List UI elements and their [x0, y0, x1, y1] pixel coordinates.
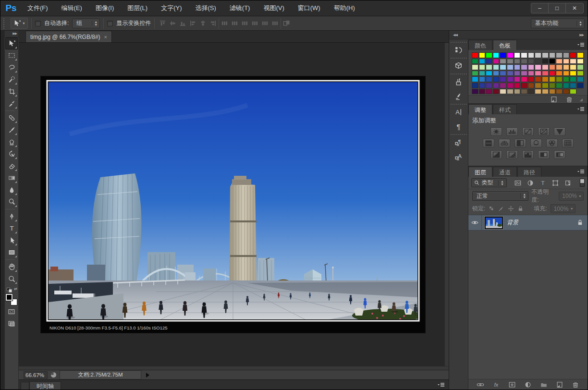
color-swatch[interactable] — [472, 59, 478, 64]
color-balance-adjustment-button[interactable] — [499, 139, 510, 147]
color-swatch[interactable] — [549, 59, 556, 64]
selective-color-adjustment-button[interactable] — [554, 150, 565, 159]
dodge-tool[interactable] — [5, 196, 18, 208]
align-horizontal-centers-button[interactable] — [198, 18, 208, 28]
exposure-adjustment-button[interactable] — [538, 127, 550, 136]
delete-layer-button[interactable] — [571, 381, 580, 389]
color-swatch[interactable] — [535, 64, 541, 70]
color-swatch[interactable] — [486, 52, 492, 58]
color-swatch[interactable] — [493, 64, 500, 70]
menu-窗口[interactable]: 窗口(W) — [292, 2, 326, 14]
color-swatch[interactable] — [563, 89, 570, 95]
color-swatch[interactable] — [514, 64, 521, 70]
quick-mask-button[interactable] — [5, 305, 18, 317]
collapse-panels-icon[interactable]: ◀◀ — [453, 33, 457, 37]
layer-style-button[interactable]: fx — [491, 381, 501, 389]
color-swatch[interactable] — [472, 64, 478, 70]
spot-healing-brush-tool[interactable] — [5, 112, 18, 124]
color-swatch[interactable] — [521, 52, 527, 58]
color-swatch[interactable] — [472, 83, 478, 88]
tab-swatches-色板[interactable]: 色板 — [493, 40, 517, 50]
color-swatch[interactable] — [577, 71, 584, 76]
color-swatch[interactable] — [549, 89, 556, 95]
color-swatch[interactable] — [556, 89, 563, 95]
layer-filter-toggle[interactable] — [580, 179, 585, 187]
close-button[interactable]: ✕ — [566, 3, 583, 13]
color-swatch[interactable] — [528, 89, 535, 95]
auto-select-checkbox[interactable] — [35, 21, 41, 26]
color-swatch[interactable] — [563, 76, 570, 82]
color-swatch[interactable] — [514, 71, 521, 76]
color-swatch[interactable] — [570, 83, 576, 88]
color-swatch[interactable] — [521, 76, 527, 82]
color-swatch[interactable] — [493, 76, 500, 82]
vibrance-adjustment-button[interactable] — [554, 127, 565, 136]
color-swatch[interactable] — [486, 59, 492, 64]
clone-stamp-tool[interactable] — [5, 136, 18, 148]
color-swatch[interactable] — [556, 83, 563, 88]
eyedropper-tool[interactable] — [5, 98, 18, 110]
color-swatch[interactable] — [556, 59, 563, 64]
color-swatch[interactable] — [472, 89, 478, 95]
color-lookup-adjustment-button[interactable] — [562, 139, 574, 147]
vertical-scrollbar[interactable] — [444, 43, 449, 366]
layer-filter-kind-dropdown[interactable]: 类型 ▲▼ — [471, 178, 507, 187]
color-swatch[interactable] — [521, 59, 527, 64]
screen-mode-button[interactable] — [5, 317, 18, 329]
color-swatch[interactable] — [549, 76, 556, 82]
type-layer-filter-icon[interactable]: T — [538, 179, 548, 187]
new-layer-button[interactable] — [555, 381, 564, 389]
color-swatch[interactable] — [472, 52, 478, 58]
smart-object-filter-icon[interactable] — [563, 179, 573, 187]
rectangular-marquee-tool[interactable] — [5, 49, 18, 61]
color-swatch[interactable] — [493, 59, 500, 64]
minimize-button[interactable]: – — [531, 3, 549, 13]
color-swatch[interactable] — [486, 89, 492, 95]
add-layer-mask-button[interactable] — [507, 381, 517, 389]
new-group-button[interactable] — [539, 381, 549, 389]
color-swatch[interactable] — [556, 64, 563, 70]
quick-selection-tool[interactable] — [5, 73, 18, 85]
color-swatch[interactable] — [542, 83, 549, 88]
properties-panel-icon[interactable] — [453, 61, 465, 71]
color-swatch[interactable] — [528, 71, 535, 76]
maximize-button[interactable]: □ — [549, 3, 566, 13]
default-swap-colors[interactable]: ⇄ — [6, 287, 17, 292]
color-swatch[interactable] — [528, 59, 535, 64]
color-swatch[interactable] — [514, 59, 521, 64]
color-swatch[interactable] — [542, 64, 549, 70]
distribute-top-edges-button[interactable] — [220, 18, 229, 28]
color-swatch[interactable] — [528, 83, 535, 88]
gradient-map-adjustment-button[interactable] — [538, 150, 550, 159]
distribute-left-edges-button[interactable] — [250, 18, 259, 28]
pixel-layer-filter-icon[interactable] — [513, 179, 523, 187]
color-swatch[interactable] — [556, 76, 563, 82]
color-swatch[interactable] — [514, 89, 521, 95]
color-swatch[interactable] — [521, 83, 527, 88]
brightness-contrast-adjustment-button[interactable] — [490, 127, 502, 136]
tool-preset-picker[interactable]: ▼ — [11, 18, 28, 29]
distribute-right-edges-button[interactable] — [270, 18, 280, 28]
color-swatch[interactable] — [514, 52, 521, 58]
color-swatch[interactable] — [535, 89, 541, 95]
tab-adjustments-样式[interactable]: 样式 — [493, 104, 517, 114]
document-canvas[interactable]: NIKON D610 [28-300mm F3.5-F5.6] F13.0 1/… — [41, 76, 425, 333]
new-adjustment-layer-button[interactable] — [523, 381, 533, 389]
shape-layer-filter-icon[interactable] — [551, 179, 560, 187]
color-swatch[interactable] — [507, 76, 514, 82]
curves-adjustment-button[interactable] — [522, 127, 534, 136]
black-white-adjustment-button[interactable] — [514, 139, 526, 147]
close-icon[interactable]: × — [104, 34, 107, 40]
color-swatch[interactable] — [570, 76, 576, 82]
color-swatch[interactable] — [472, 76, 478, 82]
foreground-color-well[interactable] — [6, 294, 12, 301]
color-swatch[interactable] — [521, 89, 527, 95]
color-swatch[interactable] — [514, 83, 521, 88]
color-swatch[interactable] — [507, 64, 514, 70]
color-swatch[interactable] — [507, 59, 514, 64]
menu-帮助[interactable]: 帮助(H) — [328, 2, 361, 14]
color-swatch[interactable] — [542, 52, 549, 58]
status-flyout-arrow-icon[interactable] — [146, 373, 149, 378]
color-swatch[interactable] — [535, 76, 541, 82]
lock-image-button[interactable] — [498, 206, 504, 212]
